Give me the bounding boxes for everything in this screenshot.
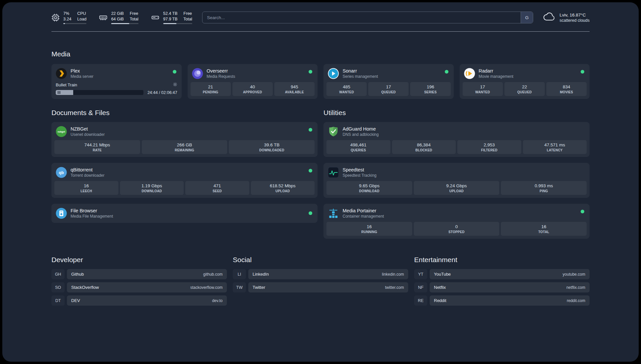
stat-tile: 498,461 QUERIES xyxy=(326,140,390,154)
stat-tile: 618.52 Mbps UPLOAD xyxy=(251,181,315,195)
bookmark-url: twitter.com xyxy=(385,285,404,290)
service-card-portainer[interactable]: Media Portainer Container management 16 … xyxy=(323,204,590,239)
service-name: Plex xyxy=(71,68,93,74)
service-card-radarr[interactable]: Radarr Movie management 17 WANTED 22 QUE… xyxy=(460,64,590,99)
bookmark-twitter[interactable]: TW Twitter twitter.com xyxy=(233,282,408,292)
section-title-social: Social xyxy=(233,256,408,264)
stat-label: WANTED xyxy=(463,90,502,94)
stat-tile: 9.24 Gbps UPLOAD xyxy=(414,181,500,195)
stat-tile: 1.19 Gbps DOWNLOAD xyxy=(120,181,184,195)
bookmark-dev[interactable]: DT DEV dev.to xyxy=(51,295,227,306)
svg-text:qb: qb xyxy=(59,170,64,175)
bookmark-netflix[interactable]: NF Netflix netflix.com xyxy=(414,282,590,292)
service-subtitle: Series management xyxy=(343,74,378,79)
stat-label: REMAINING xyxy=(142,148,227,152)
bookmark-github[interactable]: GH Github github.com xyxy=(51,269,227,279)
stat-tile: 16 LEECH xyxy=(54,181,118,195)
stat-value: 16 xyxy=(502,224,586,229)
service-card-speedtest[interactable]: Speedtest Speedtest Tracking 9.65 Gbps D… xyxy=(323,163,590,198)
playback-progress-bar[interactable] xyxy=(56,90,143,95)
service-subtitle: Container management xyxy=(343,214,384,219)
service-name: Media Portainer xyxy=(343,208,384,213)
stat-value: 22 xyxy=(505,84,544,89)
bookmark-abbr: GH xyxy=(51,269,65,279)
stat-tile: 744.21 Mbps RATE xyxy=(54,140,140,154)
stat-label: STOPPED xyxy=(414,230,499,234)
svg-text:nzbget: nzbget xyxy=(58,131,65,133)
qbittorrent-icon: qb xyxy=(56,167,67,178)
stat-value: 17 xyxy=(369,84,408,89)
disk-label-top: Free xyxy=(183,11,192,16)
stat-label: FILTERED xyxy=(458,148,521,152)
bookmark-url: netflix.com xyxy=(566,285,585,290)
service-subtitle: Media server xyxy=(71,74,93,79)
stat-value: 21 xyxy=(191,84,230,89)
stat-value: 618.52 Mbps xyxy=(252,183,314,188)
stat-value: 40 xyxy=(233,84,272,89)
service-card-overseerr[interactable]: Overseerr Media Requests 21 PENDING 40 A… xyxy=(188,64,318,99)
service-card-filebrowser[interactable]: File Browser Media File Management xyxy=(51,204,318,223)
weather-widget: Lviv, 16.87°C scattered clouds xyxy=(543,12,590,23)
disk-value: 52.4 TB xyxy=(163,11,178,16)
stat-tile: 9.65 Gbps DOWNLOAD xyxy=(326,181,412,195)
service-name: NZBGet xyxy=(71,126,105,132)
service-subtitle: Movie management xyxy=(479,74,513,79)
search-input[interactable] xyxy=(202,12,521,23)
bookmark-abbr: LI xyxy=(233,269,246,279)
bookmark-youtube[interactable]: YT YouTube youtube.com xyxy=(414,269,590,279)
service-name: Speedtest xyxy=(343,167,377,172)
topbar: 7% 3.24 CPU Load xyxy=(51,11,590,24)
service-name: AdGuard Home xyxy=(343,126,379,132)
bookmark-linkedin[interactable]: LI LinkedIn linkedin.com xyxy=(233,269,408,279)
memory-resource-widget: 22 GiB 64 GiB Free Total xyxy=(99,11,138,24)
stat-tile: 16 TOTAL xyxy=(501,222,587,236)
cpu-label-bottom: Load xyxy=(77,16,86,22)
stat-tile: 0 STOPPED xyxy=(414,222,500,236)
cpu-icon xyxy=(51,14,60,22)
stat-tile: 2,953 FILTERED xyxy=(457,140,521,154)
service-card-plex[interactable]: Plex Media server Bullet Train xyxy=(51,64,182,99)
bookmark-name: Github xyxy=(71,272,84,277)
plex-icon xyxy=(56,68,67,79)
disk-resource-widget: 52.4 TB 97.9 TB Free Total xyxy=(151,11,192,24)
cpu-label-top: CPU xyxy=(77,11,86,16)
stat-label: RATE xyxy=(55,148,139,152)
stat-label: PENDING xyxy=(191,90,230,94)
service-subtitle: Usenet downloader xyxy=(71,132,105,137)
search-engine-button[interactable]: G xyxy=(521,12,533,23)
bookmark-abbr: TW xyxy=(233,282,246,292)
bookmark-name: DEV xyxy=(71,298,80,303)
weather-location: Lviv, 16.87°C xyxy=(560,13,590,17)
stat-value: 498,461 xyxy=(327,142,390,147)
service-card-nzbget[interactable]: nzbget NZBGet Usenet downloader 74 xyxy=(51,122,318,157)
stat-label: QUERIES xyxy=(327,148,390,152)
service-name: Overseerr xyxy=(207,68,235,74)
status-dot xyxy=(581,70,584,74)
dashboard-frame: 7% 3.24 CPU Load xyxy=(2,2,639,362)
service-subtitle: Media Requests xyxy=(207,74,235,79)
stat-value: 266 GB xyxy=(142,142,227,147)
stat-tile: 16 RUNNING xyxy=(326,222,412,236)
adguard-icon xyxy=(328,126,339,137)
stat-label: DOWNLOAD xyxy=(327,189,412,193)
stat-value: 16 xyxy=(55,183,118,188)
bookmark-reddit[interactable]: RE Reddit reddit.com xyxy=(414,295,590,306)
service-card-qbittorrent[interactable]: qb qBittorrent Torrent downloader xyxy=(51,163,318,198)
sonarr-icon xyxy=(328,68,339,79)
cpu-sub-value: 3.24 xyxy=(63,16,71,22)
stat-value: 47.571 ms xyxy=(524,142,586,147)
service-card-adguard[interactable]: AdGuard Home DNS and adblocking 498,461 … xyxy=(323,122,590,157)
now-playing-title: Bullet Train xyxy=(56,82,77,87)
pause-icon[interactable] xyxy=(58,91,60,94)
gear-icon[interactable] xyxy=(173,82,177,88)
status-dot xyxy=(173,70,176,74)
bookmark-stackoverflow[interactable]: SO StackOverflow stackoverflow.com xyxy=(51,282,227,292)
filebrowser-icon xyxy=(56,208,67,219)
stat-tile: 17 QUEUED xyxy=(368,82,409,96)
service-subtitle: Torrent downloader xyxy=(71,173,105,178)
weather-condition: scattered clouds xyxy=(560,18,590,23)
stat-value: 9.24 Gbps xyxy=(414,183,499,188)
stat-value: 471 xyxy=(186,183,249,188)
topbar-divider xyxy=(51,31,590,32)
service-card-sonarr[interactable]: Sonarr Series management 485 WANTED 17 Q… xyxy=(323,64,454,99)
